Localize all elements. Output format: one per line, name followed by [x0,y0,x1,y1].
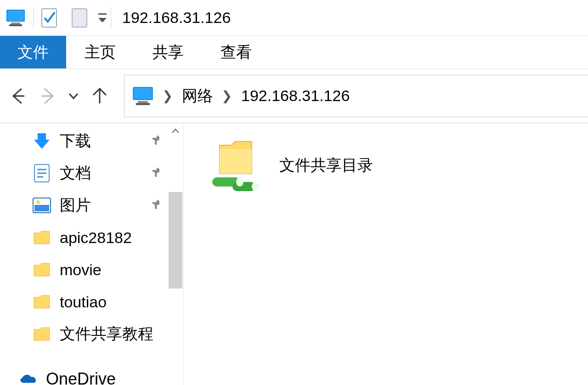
qat-properties-icon[interactable] [36,5,62,31]
svg-rect-1 [7,11,24,21]
tab-view[interactable]: 查看 [202,36,270,68]
crumb-host-label: 192.168.31.126 [241,87,350,105]
sidebar-item-label: apic28182 [60,229,132,247]
ribbon-tabs: 文件 主页 共享 查看 [0,36,588,69]
separator [111,7,111,29]
sidebar-item-label: 图片 [60,195,91,216]
svg-rect-6 [98,13,107,15]
tab-share-label: 共享 [153,42,184,63]
onedrive-icon [18,372,38,385]
tab-home[interactable]: 主页 [66,36,134,68]
document-icon [32,164,51,182]
svg-rect-5 [72,9,87,27]
sidebar-item-folder[interactable]: 文件共享教程 [0,318,183,350]
sidebar-item-onedrive[interactable]: OneDrive [0,363,183,385]
svg-rect-14 [136,103,150,105]
shared-folder-label: 文件共享目录 [279,155,373,176]
window-title: 192.168.31.126 [122,9,231,27]
tab-share[interactable]: 共享 [134,36,202,68]
crumb-host[interactable]: 192.168.31.126 [237,87,354,105]
sidebar-item-label: toutiao [60,293,107,311]
svg-rect-2 [11,23,20,24]
forward-button[interactable] [37,85,60,108]
folder-icon [32,230,51,245]
sidebar-item-folder[interactable]: apic28182 [0,221,183,254]
folder-icon [32,262,51,277]
up-button[interactable] [88,85,111,108]
sidebar-item-label: 文档 [60,163,91,184]
nav-row: ❯ 网络 ❯ 192.168.31.126 [0,69,588,123]
pin-icon [148,133,165,150]
history-dropdown[interactable] [67,85,80,108]
svg-point-25 [236,177,243,187]
tab-file[interactable]: 文件 [0,36,66,68]
svg-marker-7 [98,18,107,23]
pin-icon [148,197,165,214]
address-bar[interactable]: ❯ 网络 ❯ 192.168.31.126 [124,75,588,117]
explorer-body: 下载 文档 图片 ap [0,123,588,385]
svg-rect-12 [134,88,152,99]
sidebar-item-folder[interactable]: toutiao [0,286,183,318]
separator [33,7,34,29]
svg-rect-21 [34,205,49,211]
scroll-thumb[interactable] [169,192,182,289]
tab-view-label: 查看 [220,42,252,63]
chevron-right-icon: ❯ [221,88,232,103]
svg-rect-4 [42,9,57,27]
sidebar-item-downloads[interactable]: 下载 [0,125,183,157]
svg-rect-13 [138,101,148,102]
svg-marker-15 [34,133,50,149]
qat-newfolder-icon[interactable] [67,5,92,31]
qat-customize-dropdown[interactable] [97,12,108,23]
scroll-up-icon[interactable] [168,123,183,139]
sidebar-item-label: OneDrive [46,369,116,385]
pictures-icon [32,198,51,213]
crumb-network[interactable]: 网络 ❯ [177,85,237,107]
sidebar-item-documents[interactable]: 文档 [0,157,183,189]
svg-point-26 [252,182,259,191]
content-pane[interactable]: 文件共享目录 [184,123,588,385]
download-icon [32,132,51,150]
shared-folder-icon [209,138,260,193]
system-computer-icon[interactable] [3,5,28,31]
folder-icon [32,294,51,309]
pin-icon [148,165,165,182]
shared-folder-item[interactable]: 文件共享目录 [209,138,373,193]
navigation-pane: 下载 文档 图片 ap [0,123,184,385]
sidebar-item-label: 文件共享教程 [60,323,153,345]
folder-icon [32,327,51,341]
sidebar-item-label: movie [60,261,102,279]
sidebar-item-label: 下载 [60,130,91,152]
tab-home-label: 主页 [85,42,116,63]
sidebar-item-folder[interactable]: movie [0,254,183,286]
crumb-root-icon[interactable]: ❯ [127,85,177,107]
tab-file-label: 文件 [17,42,49,63]
back-button[interactable] [6,85,29,108]
titlebar: 192.168.31.126 [0,0,588,36]
chevron-right-icon: ❯ [162,88,173,103]
crumb-network-label: 网络 [182,85,213,107]
sidebar-item-pictures[interactable]: 图片 [0,189,183,221]
sidebar-scrollbar[interactable] [168,123,183,385]
svg-rect-3 [9,24,22,26]
svg-point-22 [36,200,40,204]
